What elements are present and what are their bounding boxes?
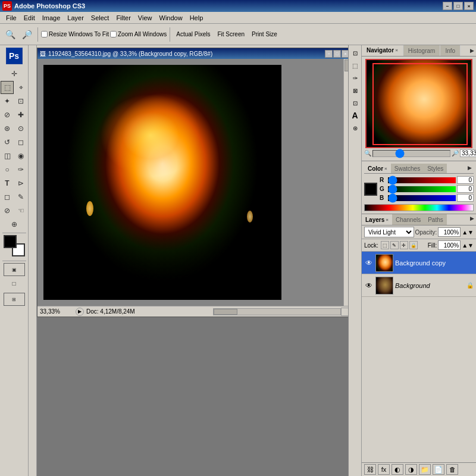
menu-image[interactable]: Image bbox=[39, 13, 64, 23]
eraser-tool[interactable]: ◻ bbox=[14, 136, 27, 149]
scrollbar-thumb-h[interactable] bbox=[214, 309, 237, 315]
menu-help[interactable]: Help bbox=[186, 13, 207, 23]
menu-filter[interactable]: Filter bbox=[112, 13, 134, 23]
doc-close-button[interactable]: × bbox=[342, 50, 348, 58]
screen-mode-button[interactable]: □ bbox=[4, 277, 25, 290]
menu-layer[interactable]: Layer bbox=[64, 13, 87, 23]
gradient-tool[interactable]: ◫ bbox=[1, 149, 14, 162]
zoom-in-button[interactable]: 🔎 bbox=[19, 26, 35, 43]
zoom-tool[interactable]: ⊕ bbox=[8, 218, 21, 231]
mini-btn-5[interactable]: ⊡ bbox=[350, 98, 361, 108]
pen-tool[interactable]: ✑ bbox=[14, 163, 27, 176]
imageready-button[interactable]: ⊞ bbox=[4, 293, 25, 306]
color-panel-menu-button[interactable]: ▶ bbox=[465, 164, 474, 172]
print-size-button[interactable]: Print Size bbox=[249, 26, 280, 43]
mini-btn-4[interactable]: ⊠ bbox=[350, 85, 361, 96]
opacity-arrows[interactable]: ▲▼ bbox=[462, 229, 474, 236]
scrollbar-thumb-v[interactable] bbox=[345, 60, 349, 71]
document-scrollbar-vertical[interactable] bbox=[343, 59, 348, 306]
lock-all-button[interactable]: 🔒 bbox=[409, 241, 418, 249]
layer-eye-background[interactable]: 👁 bbox=[364, 281, 374, 290]
tab-info[interactable]: Info bbox=[440, 45, 461, 56]
mini-btn-3[interactable]: ✑ bbox=[350, 73, 361, 83]
zoom-options-button[interactable]: ▶ bbox=[76, 308, 84, 316]
path-selection-tool[interactable]: ⊳ bbox=[14, 177, 27, 190]
color-spectrum-bar[interactable] bbox=[364, 204, 474, 211]
doc-minimize-button[interactable]: − bbox=[325, 50, 333, 58]
eyedropper-2-tool[interactable]: ⊘ bbox=[1, 204, 14, 217]
zoom-all-input[interactable] bbox=[110, 31, 117, 37]
history-brush-tool[interactable]: ↺ bbox=[1, 136, 14, 149]
maximize-button[interactable]: □ bbox=[453, 2, 463, 10]
mini-btn-2[interactable]: ⬚ bbox=[350, 60, 361, 71]
tab-navigator[interactable]: Navigator × bbox=[362, 45, 403, 56]
fill-input[interactable] bbox=[438, 240, 461, 250]
clone-tool[interactable]: ⊙ bbox=[14, 122, 27, 135]
notes-tool[interactable]: ✎ bbox=[14, 190, 27, 203]
menu-file[interactable]: File bbox=[2, 13, 20, 23]
layer-mask-button[interactable]: ◐ bbox=[392, 464, 403, 475]
menu-view[interactable]: View bbox=[134, 13, 156, 23]
zoom-minus-icon[interactable]: 🔍 bbox=[364, 150, 371, 156]
blur-tool[interactable]: ◉ bbox=[14, 149, 27, 162]
layer-adjustment-button[interactable]: ◑ bbox=[405, 464, 417, 475]
magic-wand-tool[interactable]: ✦ bbox=[1, 95, 14, 108]
color-fg-swatch[interactable] bbox=[364, 183, 377, 196]
zoom-plus-icon[interactable]: 🔎 bbox=[452, 150, 459, 156]
selection-tool[interactable]: ⬚ bbox=[1, 81, 14, 94]
menu-edit[interactable]: Edit bbox=[20, 13, 39, 23]
lock-paint-button[interactable]: ✎ bbox=[390, 241, 399, 249]
menu-window[interactable]: Window bbox=[156, 13, 186, 23]
g-value[interactable]: 0 bbox=[457, 185, 474, 193]
panel-menu-button[interactable]: ▶ bbox=[468, 46, 476, 55]
brush-tool[interactable]: ⊛ bbox=[1, 122, 14, 135]
crop-tool[interactable]: ⊡ bbox=[14, 95, 27, 108]
green-slider[interactable] bbox=[388, 186, 456, 192]
tab-color[interactable]: Color × bbox=[364, 164, 391, 173]
resize-windows-checkbox[interactable]: Resize Windows To Fit bbox=[41, 31, 109, 37]
b-value[interactable]: 0 bbox=[457, 194, 474, 202]
resize-windows-input[interactable] bbox=[41, 31, 48, 37]
foreground-color-swatch[interactable] bbox=[4, 235, 17, 248]
zoom-all-checkbox[interactable]: Zoom All Windows bbox=[110, 31, 167, 37]
blue-slider[interactable] bbox=[388, 195, 456, 201]
move-tool[interactable]: ✛ bbox=[8, 67, 21, 80]
layers-panel-menu-button[interactable]: ▶ bbox=[468, 214, 476, 223]
text-tool[interactable]: T bbox=[1, 177, 14, 190]
mini-btn-7[interactable]: ⊛ bbox=[350, 123, 361, 133]
tab-histogram[interactable]: Histogram bbox=[403, 45, 441, 56]
lock-move-button[interactable]: ✛ bbox=[400, 241, 408, 249]
layer-style-button[interactable]: fx bbox=[378, 464, 390, 475]
menu-select[interactable]: Select bbox=[87, 13, 113, 23]
close-button[interactable]: × bbox=[464, 2, 474, 10]
mini-btn-1[interactable]: ⊡ bbox=[350, 48, 361, 58]
shape-tool[interactable]: ◻ bbox=[1, 190, 14, 203]
fit-screen-button[interactable]: Fit Screen bbox=[214, 26, 248, 43]
tab-swatches[interactable]: Swatches bbox=[391, 164, 424, 173]
lasso-tool[interactable]: ⌖ bbox=[14, 81, 27, 94]
tab-layers[interactable]: Layers × bbox=[362, 214, 392, 225]
layer-delete-button[interactable]: 🗑 bbox=[446, 464, 458, 475]
actual-pixels-button[interactable]: Actual Pixels bbox=[173, 26, 213, 43]
document-scrollbar-horizontal[interactable] bbox=[213, 308, 341, 315]
layer-group-button[interactable]: 📁 bbox=[419, 464, 431, 475]
layer-item-background[interactable]: 👁 Background 🔒 bbox=[362, 274, 476, 297]
mini-btn-6[interactable]: A bbox=[350, 110, 361, 121]
doc-maximize-button[interactable]: □ bbox=[333, 50, 341, 58]
eyedropper-tool[interactable]: ⊘ bbox=[1, 108, 14, 121]
zoom-out-button[interactable]: 🔍 bbox=[2, 26, 18, 43]
tab-paths[interactable]: Paths bbox=[424, 214, 447, 225]
layer-item-background-copy[interactable]: 👁 Background copy bbox=[362, 252, 476, 274]
fill-arrows[interactable]: ▲▼ bbox=[462, 242, 474, 249]
heal-tool[interactable]: ✚ bbox=[14, 108, 27, 121]
document-main[interactable] bbox=[37, 59, 343, 306]
quick-mask-button[interactable]: ▣ bbox=[4, 263, 25, 276]
red-slider[interactable] bbox=[388, 177, 456, 183]
r-value[interactable]: 0 bbox=[457, 176, 474, 184]
tab-channels[interactable]: Channels bbox=[392, 214, 424, 225]
lock-transparency-button[interactable]: ⬚ bbox=[381, 241, 389, 249]
layer-eye-background-copy[interactable]: 👁 bbox=[364, 258, 374, 268]
zoom-slider[interactable] bbox=[372, 150, 450, 157]
layer-new-button[interactable]: 📄 bbox=[433, 464, 444, 475]
blend-mode-select[interactable]: Vivid Light Normal Multiply Screen Overl… bbox=[364, 227, 414, 237]
